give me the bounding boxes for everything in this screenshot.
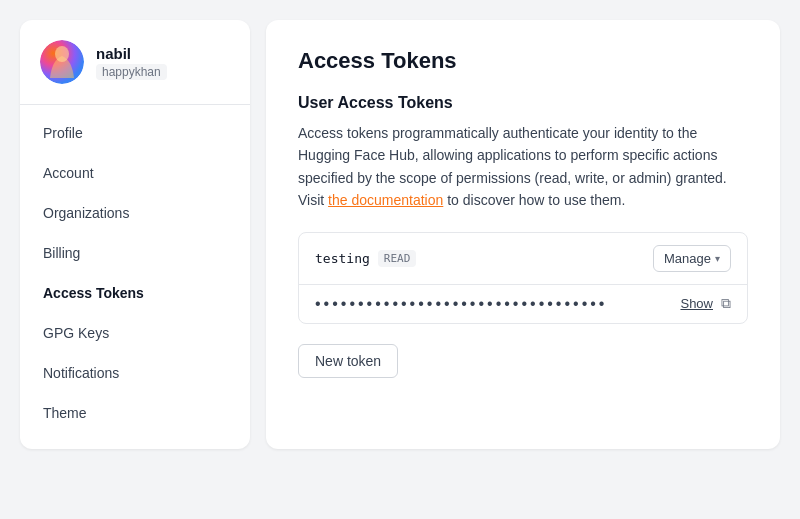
user-handle: happykhan xyxy=(96,64,167,80)
sidebar-item-theme[interactable]: Theme xyxy=(20,393,250,433)
show-button[interactable]: Show xyxy=(680,296,713,311)
section-title: User Access Tokens xyxy=(298,94,748,112)
app-container: nabil happykhan Profile Account Organiza… xyxy=(20,20,780,449)
description: Access tokens programmatically authentic… xyxy=(298,122,748,212)
chevron-down-icon: ▾ xyxy=(715,253,720,264)
sidebar-item-account[interactable]: Account xyxy=(20,153,250,193)
token-card: testing READ Manage ▾ ••••••••••••••••••… xyxy=(298,232,748,324)
manage-button[interactable]: Manage ▾ xyxy=(653,245,731,272)
avatar xyxy=(40,40,84,84)
sidebar-item-billing[interactable]: Billing xyxy=(20,233,250,273)
user-info: nabil happykhan xyxy=(96,45,167,80)
sidebar-item-notifications[interactable]: Notifications xyxy=(20,353,250,393)
sidebar-user-profile: nabil happykhan xyxy=(20,40,250,105)
page-title: Access Tokens xyxy=(298,48,748,74)
svg-point-1 xyxy=(55,46,69,62)
token-name: testing xyxy=(315,251,370,266)
documentation-link[interactable]: the documentation xyxy=(328,192,443,208)
manage-label: Manage xyxy=(664,251,711,266)
main-content: Access Tokens User Access Tokens Access … xyxy=(266,20,780,449)
sidebar-item-profile[interactable]: Profile xyxy=(20,113,250,153)
token-value-row: •••••••••••••••••••••••••••••••••• Show … xyxy=(299,285,747,323)
copy-button[interactable]: ⧉ xyxy=(721,295,731,312)
new-token-button[interactable]: New token xyxy=(298,344,398,378)
user-name: nabil xyxy=(96,45,167,62)
token-value: •••••••••••••••••••••••••••••••••• xyxy=(315,295,607,313)
token-badge: READ xyxy=(378,250,417,267)
copy-icon: ⧉ xyxy=(721,295,731,311)
sidebar-item-gpg-keys[interactable]: GPG Keys xyxy=(20,313,250,353)
token-header: testing READ Manage ▾ xyxy=(299,233,747,285)
sidebar-item-organizations[interactable]: Organizations xyxy=(20,193,250,233)
sidebar-nav: Profile Account Organizations Billing Ac… xyxy=(20,113,250,433)
description-text-2: to discover how to use them. xyxy=(443,192,625,208)
sidebar-item-access-tokens[interactable]: Access Tokens xyxy=(20,273,250,313)
sidebar: nabil happykhan Profile Account Organiza… xyxy=(20,20,250,449)
token-actions: Show ⧉ xyxy=(680,295,731,312)
token-name-row: testing READ xyxy=(315,250,416,267)
